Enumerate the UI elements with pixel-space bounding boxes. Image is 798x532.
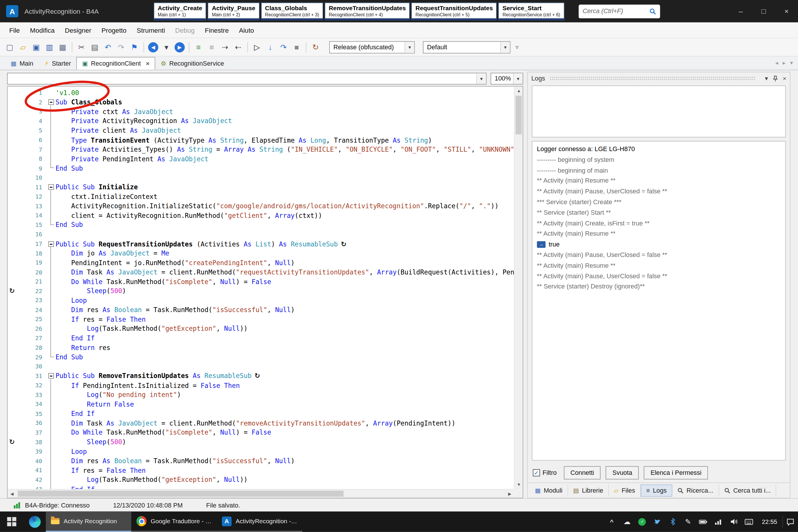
dock-tab-search-all[interactable]: Cerca tutti i...	[719, 484, 776, 496]
code-line-25[interactable]: 25 If res = False Then	[7, 315, 514, 324]
volume-icon[interactable]	[726, 512, 741, 532]
taskbar-app-3[interactable]: AActivityRecognition - ...	[217, 512, 302, 532]
pen-icon[interactable]: ✎	[681, 512, 696, 532]
code-line-6[interactable]: 6 Type TransitionEvent (ActivityType As …	[7, 135, 514, 145]
run-icon[interactable]: ▷	[251, 41, 263, 53]
uncomment-icon[interactable]: ≡	[206, 41, 218, 53]
tab-scroll-right-icon[interactable]: ▸	[783, 59, 786, 66]
menu-item-aiuto[interactable]: Aiuto	[234, 22, 259, 38]
menu-item-finestre[interactable]: Finestre	[200, 22, 234, 38]
code-line-5[interactable]: 5 Private client As JavaObject	[7, 126, 514, 135]
module-tab-starter[interactable]: ⚡Starter	[39, 57, 76, 70]
panel-dropdown-icon[interactable]: ▾	[765, 75, 768, 82]
toolbar-overflow-icon[interactable]: ▿	[516, 43, 519, 51]
code-editor[interactable]: 1'v1.002Sub Class_Globals3 Private ctxt …	[7, 86, 523, 498]
profile-combo[interactable]: Default ▾	[423, 41, 510, 53]
code-line-13[interactable]: 13 ActivityRecognition.InitializeStatic(…	[7, 201, 514, 211]
code-line-15[interactable]: 15End Sub	[7, 220, 514, 230]
code-line-28[interactable]: 28 Return res	[7, 343, 514, 352]
code-line-4[interactable]: 4 Private ActivityRecognition As JavaObj…	[7, 116, 514, 126]
code-line-33[interactable]: 33 Log("No pending intent")	[7, 390, 514, 399]
save-icon[interactable]: ▣	[30, 41, 42, 53]
dock-tab-search[interactable]: Ricerca...	[672, 484, 719, 496]
fold-collapse-icon[interactable]	[48, 99, 54, 105]
bookmark-tab-1[interactable]: Activity_CreateMain (ctrl + 1)	[154, 2, 206, 20]
save-all-icon[interactable]: ▥	[43, 41, 55, 53]
menu-item-file[interactable]: File	[4, 22, 25, 38]
code-line-14[interactable]: 14 client = ActivityRecognition.RunMetho…	[7, 211, 514, 220]
code-line-43[interactable]: 43 End If	[7, 484, 514, 489]
bookmark-tab-3[interactable]: Class_GlobalsRecognitionClient (ctrl + 3…	[261, 2, 323, 20]
code-line-32[interactable]: 32 If PendingIntent.IsInitialized = Fals…	[7, 381, 514, 390]
step-over-icon[interactable]: ↷	[278, 41, 290, 53]
code-line-10[interactable]: 10	[7, 173, 514, 182]
logs-button-2[interactable]: Svuota	[606, 466, 639, 479]
code-line-11[interactable]: 11Public Sub Initialize	[7, 182, 514, 192]
code-line-26[interactable]: 26 Log(Task.RunMethod("getException", Nu…	[7, 324, 514, 334]
code-line-12[interactable]: 12 ctxt.InitializeContext	[7, 192, 514, 201]
code-line-31[interactable]: 31Public Sub RemoveTransitionUpdates As …	[7, 371, 514, 381]
code-line-30[interactable]: 30	[7, 362, 514, 371]
network-icon[interactable]	[711, 512, 726, 532]
vertical-scroll-thumb[interactable]	[516, 96, 522, 134]
cut-icon[interactable]: ✂	[75, 41, 88, 53]
navigate-back-icon[interactable]: ◀	[148, 42, 158, 52]
code-line-7[interactable]: 7 Private Activities_Types() As String =…	[7, 145, 514, 154]
fold-collapse-icon[interactable]	[48, 184, 54, 190]
module-tab-recognitionservice[interactable]: ⚙RecognitionService	[155, 57, 230, 70]
bookmark-tab-4[interactable]: RemoveTransitionUpdatesRecognitionClient…	[325, 2, 410, 20]
dock-tab-libraries[interactable]: ▤Librerie	[568, 484, 609, 496]
horizontal-scroll-thumb[interactable]	[18, 491, 344, 497]
tab-scroll-left-icon[interactable]: ◂	[775, 59, 778, 66]
bookmark-tab-2[interactable]: Activity_PauseMain (ctrl + 2)	[208, 2, 259, 20]
battery-icon[interactable]	[696, 512, 711, 532]
bookmark-tab-6[interactable]: Service_StartRecognitionService (ctrl + …	[498, 2, 564, 20]
code-line-23[interactable]: 23 Loop	[7, 296, 514, 305]
onedrive-icon[interactable]: ☁	[619, 512, 634, 532]
step-into-icon[interactable]: ↓	[264, 41, 277, 53]
code-line-20[interactable]: 20 Dim Task As JavaObject = client.RunMe…	[7, 267, 514, 277]
code-line-17[interactable]: 17Public Sub RequestTransitionUpdates (A…	[7, 239, 514, 248]
zoom-combo[interactable]: 100% ▾	[491, 73, 523, 84]
code-line-18[interactable]: 18 Dim jo As JavaObject = Me	[7, 248, 514, 258]
new-icon[interactable]: ▢	[3, 41, 16, 53]
code-line-9[interactable]: 9End Sub	[7, 164, 514, 173]
menu-item-strumenti[interactable]: Strumenti	[132, 22, 170, 38]
indent-icon[interactable]: ⇢	[219, 41, 231, 53]
code-line-22[interactable]: 22 Sleep(500)	[7, 286, 514, 296]
code-line-2[interactable]: 2Sub Class_Globals	[7, 97, 514, 107]
log-list[interactable]: Logger connesso a: LGE LG-H870--------- …	[532, 141, 786, 460]
bookmark-tab-5[interactable]: RequestTransitionUpdatesRecognitionClien…	[412, 2, 497, 20]
edge-browser-button[interactable]	[23, 512, 46, 532]
action-center-button[interactable]	[783, 512, 798, 532]
pin-icon[interactable]	[773, 75, 778, 82]
menu-item-designer[interactable]: Designer	[60, 22, 97, 38]
maximize-button[interactable]: □	[752, 0, 775, 22]
copy-icon[interactable]: ▤	[89, 41, 101, 53]
close-button[interactable]: ×	[775, 0, 798, 22]
code-line-1[interactable]: 1'v1.00	[7, 88, 514, 97]
scroll-up-icon[interactable]: ▲	[514, 87, 523, 95]
code-line-19[interactable]: 19 PendingIntent = jo.RunMethod("createP…	[7, 258, 514, 267]
code-line-3[interactable]: 3 Private ctxt As JavaObject	[7, 107, 514, 116]
redo-icon[interactable]: ↷	[115, 41, 127, 53]
code-line-40[interactable]: 40 Dim res As Boolean = Task.RunMethod("…	[7, 456, 514, 466]
code-line-42[interactable]: 42 Log(Task.RunMethod("getException", Nu…	[7, 475, 514, 484]
code-line-36[interactable]: 36 Dim Task As JavaObject = client.RunMe…	[7, 419, 514, 428]
security-check-icon[interactable]: ✓	[635, 512, 650, 532]
hidden-icons-caret[interactable]: ^	[604, 512, 619, 532]
horizontal-scrollbar[interactable]: ◀ ▶	[7, 489, 514, 498]
dock-tab-files[interactable]: ▱Files	[609, 484, 641, 496]
navigate-forward-icon[interactable]: ▶	[175, 42, 185, 52]
search-box[interactable]: Cerca (Ctrl+F)	[578, 4, 660, 18]
bookmark-icon[interactable]: ⚑	[128, 41, 140, 53]
panel-drag-grip[interactable]	[550, 76, 756, 81]
module-tab-recognitionclient[interactable]: ▣RecognitionClient×	[76, 57, 155, 70]
close-tab-icon[interactable]: ×	[146, 60, 149, 67]
comment-icon[interactable]: ≡	[192, 41, 205, 53]
thunderbird-icon[interactable]	[650, 512, 665, 532]
module-tab-main[interactable]: ▦Main	[5, 57, 39, 70]
taskbar-app-2[interactable]: Google Traduttore - G...	[131, 512, 217, 532]
designer-icon[interactable]: ▦	[57, 41, 69, 53]
code-line-29[interactable]: 29End Sub	[7, 352, 514, 362]
